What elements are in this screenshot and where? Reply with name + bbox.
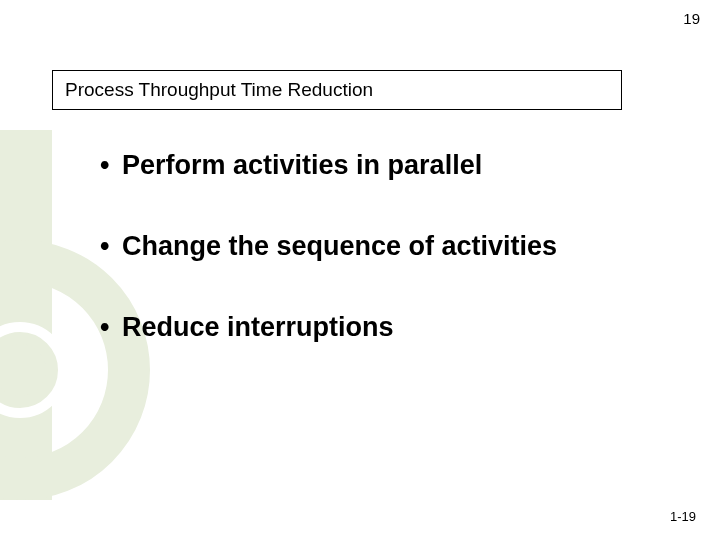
slide: 19 Process Throughput Time Reduction • P… — [0, 0, 720, 540]
bullet-dot-icon: • — [100, 231, 122, 262]
bullet-dot-icon: • — [100, 150, 122, 181]
bullet-list: • Perform activities in parallel • Chang… — [100, 150, 660, 393]
bullet-item: • Reduce interruptions — [100, 312, 660, 343]
bullet-item: • Change the sequence of activities — [100, 231, 660, 262]
bullet-dot-icon: • — [100, 312, 122, 343]
bullet-text: Perform activities in parallel — [122, 150, 482, 181]
bullet-item: • Perform activities in parallel — [100, 150, 660, 181]
slide-title: Process Throughput Time Reduction — [52, 70, 622, 110]
bullet-text: Reduce interruptions — [122, 312, 394, 343]
page-number-bottom: 1-19 — [670, 509, 696, 524]
bullet-text: Change the sequence of activities — [122, 231, 557, 262]
page-number-top: 19 — [683, 10, 700, 27]
